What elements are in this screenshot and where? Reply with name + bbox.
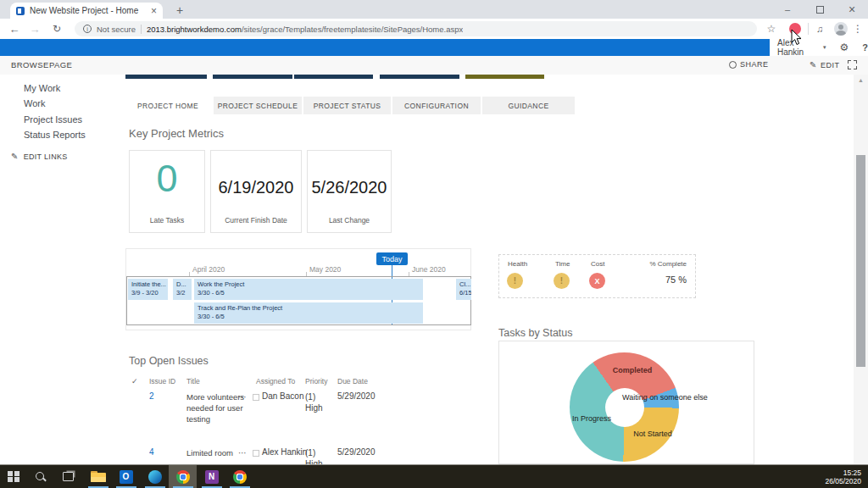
col-priority[interactable]: Priority (305, 377, 327, 385)
info-icon[interactable]: i (83, 25, 92, 33)
metric-label: Current Finish Date (211, 216, 301, 225)
search-icon (35, 471, 47, 483)
row-menu-icon[interactable]: ⋯ (238, 392, 248, 402)
clock-date: 26/05/2020 (825, 477, 861, 485)
gantt-plot-area: Initiate the...3/9 - 3/20 D...3/2 Work t… (126, 276, 471, 325)
bookmark-star-icon[interactable]: ☆ (764, 19, 779, 39)
sidebar-item-status-reports[interactable]: Status Reports (24, 130, 86, 140)
settings-gear-icon[interactable]: ⚙ (840, 42, 849, 53)
share-label: SHARE (740, 60, 769, 69)
presence-checkbox[interactable] (253, 394, 259, 401)
issue-assigned[interactable]: Dan Bacon (262, 391, 303, 401)
donut-label-in-progress: In Progress (572, 414, 611, 423)
media-controls-icon[interactable]: ♫ (812, 19, 827, 39)
chrome-button-active[interactable] (169, 465, 197, 488)
health-panel: Health Time Cost % Complete ! ! X 75 % (498, 254, 696, 298)
ribbon-tab-browse[interactable]: BROWSE (11, 60, 49, 69)
maximize-button[interactable] (804, 0, 836, 19)
cost-critical-icon: X (589, 273, 605, 289)
forward-icon[interactable]: → (25, 19, 44, 39)
col-assigned-to[interactable]: Assigned To (256, 377, 295, 385)
edit-links-button[interactable]: ✎EDIT LINKS (11, 152, 68, 161)
metric-value: 0 (130, 157, 204, 201)
sidebar-item-my-work[interactable]: My Work (24, 83, 60, 93)
tab-project-home[interactable]: PROJECT HOME (125, 97, 210, 114)
url-domain: 2013.brightworkdemo.com (147, 25, 242, 34)
page-content: My Work Work Project Issues Status Repor… (0, 75, 854, 464)
tab-project-status[interactable]: PROJECT STATUS (303, 97, 391, 114)
share-button[interactable]: SHARE (729, 60, 769, 69)
tab-accent-bar (125, 75, 207, 79)
gantt-task-bar[interactable]: Cl...6/15 (456, 279, 471, 300)
issue-due-date: 5/29/2020 (337, 447, 376, 457)
indicator-label: Health (508, 260, 527, 268)
sidebar-item-work[interactable]: Work (24, 98, 45, 108)
chrome-icon (233, 470, 247, 484)
outlook-button[interactable]: O (112, 465, 140, 488)
donut-label-completed: Completed (613, 366, 653, 374)
tasks-by-status-panel: Completed Waiting on someone else Not St… (498, 341, 754, 464)
page-scrollbar[interactable]: ▲ (854, 75, 868, 464)
scroll-up-icon[interactable]: ▲ (854, 77, 868, 83)
issue-assigned[interactable]: Alex Hankin (262, 447, 307, 457)
suite-bar-account: Alex Hankin ▾ ⚙ ? (770, 39, 868, 56)
tasks-by-status-heading: Tasks by Status (498, 327, 573, 339)
tab-configuration[interactable]: CONFIGURATION (392, 97, 481, 114)
browser-tab-strip: New Website Project - Home × + – × (0, 0, 868, 19)
task-view-button[interactable] (54, 465, 81, 488)
metric-value: 5/26/2020 (308, 178, 391, 197)
metric-card-last-change: 5/26/2020 Last Change (307, 150, 392, 233)
back-icon[interactable]: ← (5, 19, 24, 39)
issue-id-link[interactable]: 2 (149, 391, 154, 401)
col-title[interactable]: Title (186, 377, 200, 385)
start-button[interactable] (0, 465, 27, 488)
metric-value: 6/19/2020 (211, 178, 301, 197)
tab-guidance[interactable]: GUIDANCE (482, 97, 575, 114)
minimize-button[interactable]: – (771, 0, 804, 19)
browser-menu-icon[interactable]: ⋮ (851, 19, 865, 39)
metrics-heading: Key Project Metrics (129, 127, 224, 140)
window-controls: – × (771, 0, 868, 19)
address-divider (141, 25, 142, 34)
onenote-button[interactable]: N (198, 465, 225, 488)
issue-id-link[interactable]: 4 (149, 447, 154, 457)
percent-complete-value: 75 % (665, 274, 687, 285)
ribbon-tab-page[interactable]: PAGE (49, 60, 72, 69)
indicator-label: Cost (591, 260, 604, 268)
time-warning-icon: ! (554, 273, 570, 289)
browser-tab[interactable]: New Website Project - Home × (10, 3, 163, 19)
taskbar-search-button[interactable] (27, 465, 54, 488)
pencil-icon: ✎ (11, 152, 19, 161)
new-tab-button[interactable]: + (170, 2, 190, 19)
reload-icon[interactable]: ↻ (47, 19, 66, 39)
sidebar-item-project-issues[interactable]: Project Issues (24, 114, 82, 125)
share-icon (729, 61, 737, 69)
gantt-task-bar[interactable]: Initiate the...3/9 - 3/20 (128, 279, 168, 300)
tab-accent-bar (380, 75, 459, 79)
gantt-task-bar[interactable]: Track and Re-Plan the Project3/30 - 6/5 (194, 302, 423, 324)
today-marker: Today (376, 252, 408, 265)
edit-button[interactable]: ✎EDIT (810, 60, 839, 69)
taskbar-clock[interactable]: 15:25 26/05/2020 (825, 465, 868, 488)
sharepoint-favicon (16, 7, 25, 15)
focus-mode-icon[interactable] (848, 60, 857, 69)
tab-close-icon[interactable]: × (151, 6, 157, 16)
address-bar[interactable]: i Not secure 2013.brightworkdemo.com/sit… (75, 21, 757, 36)
window-close-button[interactable]: × (836, 0, 868, 19)
clock-time: 15:25 (825, 469, 861, 477)
metric-card-late-tasks: 0 Late Tasks (129, 150, 205, 233)
tab-project-schedule[interactable]: PROJECT SCHEDULE (214, 97, 302, 114)
scrollbar-thumb[interactable] (856, 155, 865, 367)
file-explorer-button[interactable] (84, 465, 112, 488)
chrome-button-2[interactable] (225, 465, 253, 488)
gantt-task-bar[interactable]: D...3/2 (173, 279, 192, 300)
help-icon[interactable]: ? (862, 42, 868, 53)
col-due-date[interactable]: Due Date (337, 377, 368, 385)
presence-checkbox[interactable] (253, 450, 259, 457)
profile-avatar[interactable] (834, 22, 848, 36)
row-menu-icon[interactable]: ⋯ (238, 448, 248, 458)
edge-button[interactable] (141, 465, 169, 488)
gantt-task-bar[interactable]: Work the Project3/30 - 6/5 (194, 279, 423, 300)
col-issue-id[interactable]: Issue ID (149, 377, 175, 385)
tab-accent-bar (465, 75, 544, 79)
